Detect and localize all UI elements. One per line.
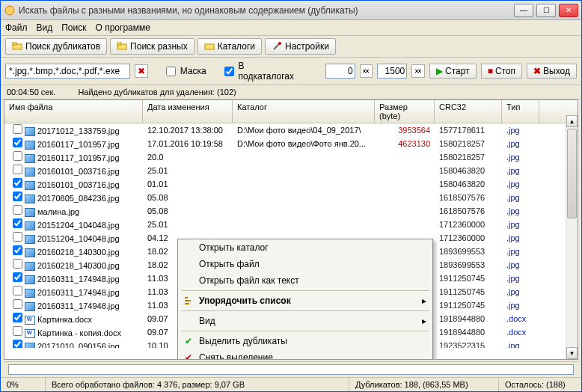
row-checkbox[interactable] [13,205,22,215]
row-checkbox[interactable] [13,151,22,161]
file-catalog: D:\Мои фото видео\04_09_2017\ [233,126,375,135]
row-checkbox[interactable] [13,245,22,255]
file-type: .jpg [502,193,539,202]
row-checkbox[interactable] [13,313,22,322]
file-type: .jpg [502,260,539,269]
stop-button[interactable]: ■ Стоп [481,64,522,79]
tool-settings[interactable]: Настройки [265,38,336,55]
file-name: 20160117_101957.jpg [37,153,120,162]
ctx-view[interactable]: Вид▸ [178,313,432,329]
row-checkbox[interactable] [13,299,22,309]
context-menu: Открыть каталог Открыть файл Открыть фай… [177,239,433,360]
row-checkbox[interactable] [13,272,22,282]
row-checkbox[interactable] [13,232,22,242]
search-different-icon [117,41,127,52]
table-row[interactable]: 20151204_104048.jpg25.011712360000.jpg [4,218,578,231]
tool-dup-label: Поиск дубликатов [25,41,100,52]
maximize-button[interactable]: ☐ [536,4,556,17]
row-checkbox[interactable] [13,259,22,269]
col-size[interactable]: Размер (byte) [375,100,435,123]
col-crc[interactable]: CRC32 [435,100,502,123]
row-checkbox[interactable] [13,286,22,295]
table-row[interactable]: 20171012_133759.jpg12.10.2017 13:38:00D:… [4,123,578,137]
ctx-order-list[interactable]: Упорядочить список▸ [178,293,432,309]
size-from-unit-button[interactable] [360,64,373,78]
start-icon: ▶ [436,66,443,76]
col-catalog[interactable]: Каталог [233,100,375,123]
scroll-thumb[interactable] [567,129,577,218]
file-crc: 1918944880 [435,314,502,323]
scroll-up-button[interactable]: ▲ [566,115,578,127]
found-count: Найдено дубликатов для удаления: (102) [78,88,236,97]
progress-bar [8,364,574,375]
close-button[interactable]: ✕ [559,4,578,17]
row-checkbox[interactable] [13,124,22,134]
row-checkbox[interactable] [13,340,22,348]
tool-catalogs[interactable]: Каталоги [197,38,262,55]
row-checkbox[interactable] [13,178,22,188]
ctx-open-catalog[interactable]: Открыть каталог [178,239,432,256]
image-file-icon [25,141,35,150]
clear-filter-button[interactable]: ✖ [135,64,148,78]
file-type: .jpg [502,139,539,148]
ctx-open-as-text[interactable]: Открыть файл как текст [178,272,432,289]
table-row[interactable]: 20160117_101957.jpg20.01580218257.jpg [4,150,578,164]
size-to-unit-button[interactable] [411,64,425,78]
chevron-right-icon: ▸ [422,316,426,326]
file-date: 17.01.2016 10:19:58 [143,139,233,148]
settings-icon [272,41,282,52]
table-row[interactable]: 20170805_084236.jpg05.081618507576.jpg [4,191,578,204]
file-type: .jpg [502,274,539,283]
check-red-icon: ✔ [183,352,194,360]
size-to-input[interactable] [377,64,407,79]
minimize-button[interactable]: — [514,4,533,17]
scroll-down-button[interactable]: ▼ [566,347,578,359]
menu-file[interactable]: Файл [5,22,28,33]
tool-diff-label: Поиск разных [130,41,188,52]
ctx-clear-selection[interactable]: ✔ Снять выделение [178,349,432,360]
file-catalog: D:\Мои фото видео\Фото янв.20... [233,139,375,148]
subdirs-checkbox[interactable] [224,67,234,76]
image-file-icon [25,262,35,271]
filter-pattern-input[interactable] [5,64,130,79]
col-filename[interactable]: Имя файла [4,100,143,123]
row-checkbox[interactable] [13,192,22,201]
tool-search-duplicates[interactable]: Поиск дубликатов [5,38,107,55]
exit-button[interactable]: ✖ Выход [527,64,577,79]
row-checkbox[interactable] [13,218,22,228]
menu-view[interactable]: Вид [37,22,53,33]
menu-search[interactable]: Поиск [61,22,86,33]
order-icon [183,295,194,307]
size-from-input[interactable] [325,64,355,79]
row-checkbox[interactable] [13,165,22,174]
table-row[interactable]: 20160101_003716.jpg25.011580463820.jpg [4,164,578,177]
doc-file-icon [25,329,35,338]
file-date: 25.01 [143,166,233,175]
catalogs-icon [204,41,215,52]
row-checkbox[interactable] [13,138,22,147]
image-file-icon [25,168,35,177]
start-button[interactable]: ▶ Старт [429,64,477,79]
file-crc: 1618507576 [435,206,502,215]
file-size: 4623130 [375,139,435,148]
tool-search-different[interactable]: Поиск разных [110,38,194,55]
table-row[interactable]: 20160101_003716.jpg01.011580463820.jpg [4,177,578,191]
file-crc: 1580218257 [435,139,502,148]
window-title: Искать файлы с разными названиями, но од… [19,5,514,16]
col-date[interactable]: Дата изменения [143,100,233,123]
file-name: 20151204_104048.jpg [37,221,120,230]
table-row[interactable]: малина.jpg05.081618507576.jpg [4,204,578,218]
check-green-icon: ✔ [183,335,194,347]
file-type: .jpg [502,206,539,215]
ctx-open-file[interactable]: Открыть файл [178,256,432,272]
col-type[interactable]: Тип [502,100,539,123]
mask-checkbox[interactable] [166,67,176,76]
file-name: 20160311_174948.jpg [37,275,120,284]
image-file-icon [25,302,35,311]
file-name: Картинка.docx [37,315,92,324]
ctx-select-dups[interactable]: ✔ Выделить дубликаты [178,333,432,349]
file-type: .jpg [502,153,539,162]
menu-about[interactable]: О программе [96,22,150,33]
row-checkbox[interactable] [13,326,22,336]
table-row[interactable]: 20160117_101957.jpg17.01.2016 10:19:58D:… [4,137,578,150]
